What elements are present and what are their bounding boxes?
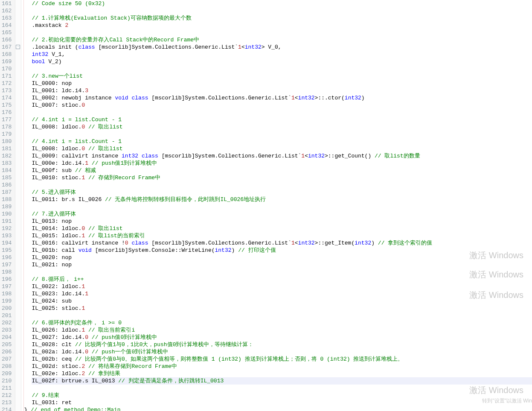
line-number: 186 <box>2 181 12 189</box>
token: ) <box>371 240 378 246</box>
code-line[interactable]: IL_002a: ldc.i4.0 // push一个值0到计算堆栈中 <box>32 348 532 356</box>
line-number: 194 <box>2 239 12 247</box>
code-line[interactable]: IL_002b: ceq // 比较两个值0与0。如果这两个值相等，则将整数值 … <box>32 356 532 363</box>
line-number-gutter[interactable]: 1611621631641651661671681691701711721731… <box>0 0 15 411</box>
line-number: 167 <box>2 44 12 51</box>
code-line[interactable]: IL_0008: ldloc.0 // 取出list <box>32 123 532 131</box>
code-line[interactable]: IL_0014: ldloc.0 // 取出list <box>32 225 532 232</box>
token: // 7.进入循环体 <box>32 211 76 217</box>
code-line[interactable]: // Code size 50 (0x32) <box>32 0 532 7</box>
code-line[interactable]: IL_002f: brtrue.s IL_0013 // 判定是否满足条件，执行… <box>32 377 532 385</box>
line-number: 198 <box>2 268 12 276</box>
code-line[interactable]: // 1.计算堆栈(Evaluation Stack)可容纳数据项的最大个数 <box>32 15 532 22</box>
code-line[interactable]: IL_0031: ret <box>32 399 532 406</box>
code-line[interactable]: IL_0015: ldloc.1 // 取list的当前索引 <box>32 232 532 239</box>
code-line[interactable]: IL_0027: ldc.i4.0 // push值0到计算堆栈中 <box>32 334 532 341</box>
code-line[interactable] <box>32 29 532 36</box>
line-number: 214 <box>2 406 12 411</box>
code-line[interactable]: IL_0028: clt // 比较两个值1与0，1比0大，push值0到计算堆… <box>32 341 532 348</box>
code-line[interactable]: IL_002e: ldloc.2 // 拿到结果 <box>32 370 532 377</box>
code-line[interactable] <box>32 65 532 73</box>
token: // 4.int i = list.Count - 1 <box>32 138 122 145</box>
token: // 9.结束 <box>32 392 59 399</box>
code-line[interactable]: IL_0020: nop <box>32 254 532 261</box>
token: // 8.循环后， i++ <box>32 276 84 283</box>
code-line[interactable]: IL_0013: nop <box>32 218 532 225</box>
token: bool <box>32 58 45 65</box>
line-number: 197 <box>2 261 12 268</box>
code-line[interactable] <box>32 268 532 276</box>
code-line[interactable] <box>32 203 532 210</box>
code-line[interactable] <box>32 7 532 15</box>
code-line[interactable]: IL_0001: ldc.i4.3 <box>32 87 532 94</box>
token: 1 <box>291 240 295 246</box>
token: IL_000f: sub <box>32 167 75 174</box>
code-line[interactable]: // 5.进入循环体 <box>32 189 532 196</box>
code-line[interactable]: // 6.循环体的判定条件， i >= 0 <box>32 319 532 326</box>
code-line[interactable]: IL_0025: stloc.1 <box>32 305 532 312</box>
line-number: 199 <box>2 297 12 305</box>
code-line[interactable]: // 9.结束 <box>32 392 532 399</box>
code-line[interactable]: // 7.进入循环体 <box>32 210 532 218</box>
code-line[interactable]: IL_0024: sub <box>32 297 532 305</box>
token: // 1.计算堆栈(Evaluation Stack)可容纳数据项的最大个数 <box>32 15 191 21</box>
line-number: 187 <box>2 189 12 196</box>
code-line[interactable]: IL_0016: callvirt instance !0 class [msc… <box>32 239 532 247</box>
code-line[interactable]: IL_0021: nop <box>32 261 532 268</box>
line-number: 196 <box>2 276 12 283</box>
line-number: 166 <box>2 36 12 44</box>
code-line[interactable]: IL_0008: ldloc.0 // 取出list <box>32 145 532 152</box>
token: IL_0022: ldloc. <box>32 283 81 290</box>
code-line[interactable]: // 2.初始化需要的变量并存入Call Stack中的Record Frame… <box>32 36 532 44</box>
fold-toggle-icon[interactable]: - <box>16 45 20 49</box>
token: 0 <box>85 349 88 355</box>
line-number: 161 <box>2 0 12 7</box>
code-line[interactable]: // 3.new一个list <box>32 73 532 80</box>
code-line[interactable]: // 8.循环后， i++ <box>32 276 532 283</box>
line-number: 195 <box>2 247 12 254</box>
token: IL_0021: nop <box>32 262 72 268</box>
fold-column[interactable]: - <box>15 0 21 411</box>
token: < <box>295 95 298 101</box>
token: class <box>131 95 148 101</box>
token: IL_0023: ldc.i4. <box>32 291 85 297</box>
code-line[interactable]: IL_0022: ldloc.1 <box>32 283 532 290</box>
code-line[interactable]: IL_0007: stloc.0 <box>32 102 532 109</box>
code-line[interactable]: IL_0023: ldc.i4.1 <box>32 290 532 297</box>
token: IL_001b: call <box>32 247 78 254</box>
code-line[interactable]: int32 V_1, <box>32 51 532 58</box>
token: < <box>295 240 298 246</box>
token: IL_002d: stloc. <box>32 363 81 370</box>
code-line[interactable]: IL_000f: sub // 相减 <box>32 167 532 174</box>
code-line[interactable]: IL_000e: ldc.i4.1 // push值1到计算堆栈中 <box>32 160 532 167</box>
code-line[interactable]: IL_0011: br.s IL_0026 // 无条件地将控制转移到目标指令，… <box>32 196 532 203</box>
token: // 比较两个值0与0。如果这两个值相等，则将整数值 1 (int32) 推送到… <box>75 356 404 362</box>
token: int32 <box>345 95 361 101</box>
code-line[interactable] <box>32 131 532 138</box>
token: 0 <box>85 334 88 341</box>
code-line[interactable]: bool V_2) <box>32 58 532 65</box>
code-area[interactable]: // Code size 50 (0x32)// 1.计算堆栈(Evaluati… <box>24 0 532 411</box>
code-line[interactable]: IL_0009: callvirt instance int32 class [… <box>32 152 532 160</box>
code-line[interactable]: IL_0000: nop <box>32 80 532 87</box>
code-line[interactable]: // 4.int i = list.Count - 1 <box>32 138 532 145</box>
code-line[interactable]: IL_0026: ldloc.1 // 取出当前索引i <box>32 326 532 334</box>
code-line[interactable]: IL_0002: newobj instance void class [msc… <box>32 94 532 102</box>
code-line[interactable] <box>32 312 532 319</box>
token: IL_0031: ret <box>32 399 72 406</box>
code-line[interactable] <box>32 385 532 392</box>
token: // 将结果存储到Record Frame中 <box>88 363 177 370</box>
code-line[interactable]: IL_002d: stloc.2 // 将结果存储到Record Frame中 <box>32 363 532 370</box>
token: 0 <box>81 102 85 108</box>
code-line[interactable] <box>32 181 532 189</box>
token: >::get_Item( <box>315 240 355 246</box>
line-number: 211 <box>2 385 12 392</box>
code-line[interactable]: // 4.int i = list.Count - 1 <box>32 116 532 123</box>
code-line[interactable]: IL_001b: call void [mscorlib]System.Cons… <box>32 247 532 254</box>
code-editor[interactable]: 1611621631641651661671681691701711721731… <box>0 0 532 411</box>
code-line[interactable]: .maxstack 2 <box>32 22 532 29</box>
code-line[interactable]: } // end of method Demo::Main <box>24 406 532 411</box>
code-line[interactable]: .locals init (class [mscorlib]System.Col… <box>32 44 532 51</box>
code-line[interactable] <box>32 109 532 116</box>
code-line[interactable]: IL_0010: stloc.1 // 存储到Record Frame中 <box>32 174 532 181</box>
